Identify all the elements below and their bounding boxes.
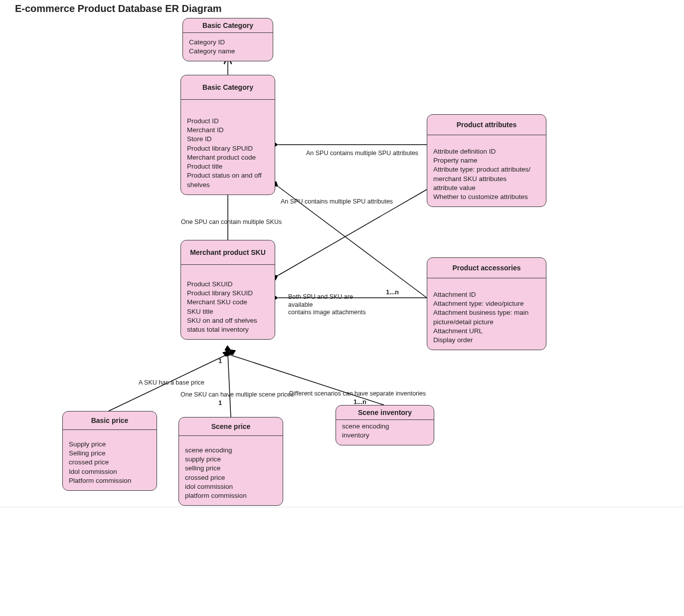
attr: SKU on and off shelves status total inve… bbox=[187, 316, 269, 334]
attr: selling price bbox=[185, 464, 277, 473]
mult-scene-inventory: 1...n bbox=[353, 398, 366, 406]
entity-merchant-sku: Merchant product SKU Product SKUID Produ… bbox=[180, 240, 275, 340]
entity-header: Scene inventory bbox=[336, 406, 434, 420]
label-basic-price: A SKU has a base price bbox=[139, 379, 204, 387]
attr: Attachment type: video/picture bbox=[433, 299, 540, 308]
attr: Attachment URL bbox=[433, 327, 540, 336]
entity-basic-price: Basic price Supply price Selling price c… bbox=[62, 411, 157, 491]
label-spu-has-skus: One SPU can contain multiple SKUs bbox=[181, 218, 282, 226]
entity-body: scene encoding inventory bbox=[336, 420, 434, 445]
attr: Category ID bbox=[189, 38, 267, 47]
entity-body: Product ID Merchant ID Store ID Product … bbox=[181, 100, 275, 195]
attr: Platform commission bbox=[69, 476, 151, 485]
attr: platform commission bbox=[185, 491, 277, 500]
attr: Merchant SKU code bbox=[187, 298, 269, 307]
attr: Merchant ID bbox=[187, 126, 269, 135]
entity-header: Merchant product SKU bbox=[181, 240, 275, 265]
entity-body: Product SKUID Product library SKUID Merc… bbox=[181, 265, 275, 339]
attr: Selling price bbox=[69, 449, 151, 458]
attr: Merchant product code bbox=[187, 153, 269, 162]
footer-divider bbox=[0, 507, 684, 507]
attr: Product ID bbox=[187, 117, 269, 126]
attr: Attribute definition ID bbox=[433, 147, 540, 156]
entity-product-accessories: Product accessories Attachment ID Attach… bbox=[427, 257, 546, 350]
entity-body: Category ID Category name bbox=[183, 33, 273, 61]
label-scene-inventory: Different scenarios can have separate in… bbox=[289, 390, 426, 398]
attr: scene encoding bbox=[342, 422, 428, 431]
attr: Whether to customize attributes bbox=[433, 193, 540, 202]
mult-sku-lower: 1 bbox=[218, 357, 222, 365]
entity-basic-category-main: Basic Category Product ID Merchant ID St… bbox=[180, 75, 275, 195]
attr: Product title bbox=[187, 162, 269, 171]
attr: inventory bbox=[342, 431, 428, 440]
entity-body: scene encoding supply price selling pric… bbox=[179, 436, 283, 505]
attr: supply price bbox=[185, 455, 277, 464]
attr: Product status on and off shelves bbox=[187, 171, 269, 189]
entity-body: Attachment ID Attachment type: video/pic… bbox=[427, 278, 546, 350]
attr: idol commission bbox=[185, 482, 277, 491]
attr: Display order bbox=[433, 336, 540, 345]
entity-header: Scene price bbox=[179, 417, 283, 436]
label-sku-has-attrs: An SPU contains multiple SPU attributes bbox=[281, 198, 393, 206]
attr: Product library SPUID bbox=[187, 144, 269, 153]
svg-line-7 bbox=[228, 354, 231, 417]
attr: Store ID bbox=[187, 135, 269, 144]
attr: Idol commission bbox=[69, 467, 151, 476]
attr: Attribute type: product attributes/ merc… bbox=[433, 165, 540, 183]
attr: Property name bbox=[433, 156, 540, 165]
attr: Supply price bbox=[69, 440, 151, 449]
page-title: E-commerce Product Database ER Diagram bbox=[15, 3, 222, 14]
attr: scene encoding bbox=[185, 446, 277, 455]
entity-basic-category-top: Basic Category Category ID Category name bbox=[182, 18, 273, 61]
label-spu-has-attrs: An SPU contains multiple SPU attributes bbox=[306, 150, 418, 158]
attr: Category name bbox=[189, 47, 267, 56]
entity-header: Product attributes bbox=[427, 115, 546, 135]
entity-scene-inventory: Scene inventory scene encoding inventory bbox=[336, 405, 434, 445]
attr: Product SKUID bbox=[187, 280, 269, 289]
attr: Attachment ID bbox=[433, 290, 540, 299]
entity-header: Product accessories bbox=[427, 258, 546, 278]
entity-product-attributes: Product attributes Attribute definition … bbox=[427, 114, 546, 207]
entity-body: Supply price Selling price crossed price… bbox=[63, 430, 157, 490]
label-scene-price: One SKU can have multiple scene prices bbox=[180, 391, 294, 399]
entity-header: Basic price bbox=[63, 411, 157, 430]
entity-header: Basic Category bbox=[183, 18, 273, 33]
label-accessories-note: Both SPU and SKU are available contains … bbox=[288, 293, 373, 317]
attr: crossed price bbox=[69, 458, 151, 467]
attr: Product library SKUID bbox=[187, 289, 269, 298]
attr: SKU title bbox=[187, 307, 269, 316]
entity-body: Attribute definition ID Property name At… bbox=[427, 135, 546, 206]
attr: crossed price bbox=[185, 473, 277, 482]
mult-accessories: 1...n bbox=[386, 288, 399, 296]
entity-header: Basic Category bbox=[181, 75, 275, 100]
entity-scene-price: Scene price scene encoding supply price … bbox=[178, 417, 283, 506]
attr: attribute value bbox=[433, 184, 540, 193]
mult-scene-price-upper: 1 bbox=[218, 399, 222, 407]
attr: Attachment business type: main picture/d… bbox=[433, 308, 540, 326]
